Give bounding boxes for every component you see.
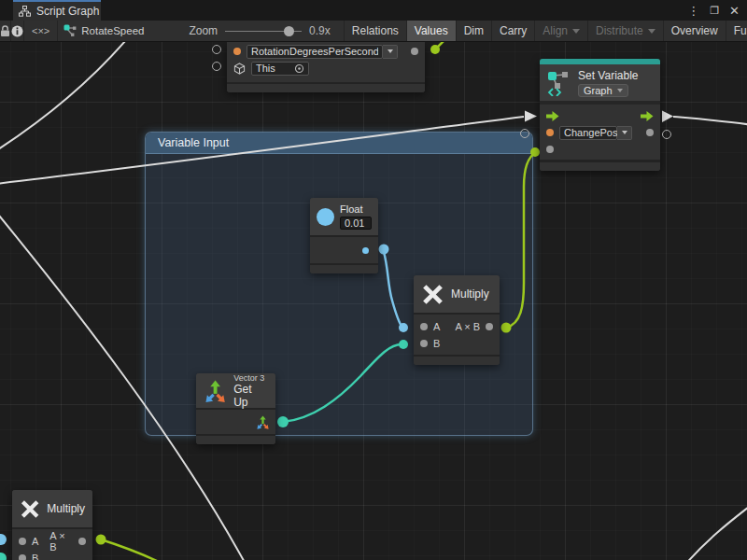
lock-button[interactable] — [0, 21, 11, 41]
port-row-a: A A × B — [414, 318, 500, 335]
node-footer — [227, 84, 425, 92]
node-float[interactable]: Float 0.01 — [310, 198, 378, 273]
unconnected-port-indicator[interactable] — [212, 45, 221, 54]
tab-script-graph[interactable]: Script Graph — [13, 0, 101, 21]
target-object-field[interactable]: This — [251, 62, 309, 76]
value-input-port[interactable] — [546, 146, 554, 153]
flow-output-port[interactable] — [641, 111, 654, 121]
flow-arrowhead-out — [662, 111, 673, 123]
node-footer — [196, 436, 275, 444]
variable-name-row: RotationDegreesPerSecond — [227, 43, 425, 60]
info-button[interactable] — [11, 21, 24, 41]
unconnected-port-indicator[interactable] — [662, 130, 671, 139]
float-value: 0.01 — [345, 217, 364, 229]
variable-scope-dropdown[interactable]: Graph — [578, 84, 628, 97]
node-title: Multiply — [47, 502, 85, 515]
graph-breadcrumb[interactable]: RotateSpeed — [58, 21, 153, 41]
node-title: Float — [340, 203, 362, 215]
input-port-a[interactable] — [420, 323, 428, 330]
node-get-up[interactable]: Vector 3 Get Up — [196, 373, 275, 444]
chevron-down-icon — [648, 29, 655, 34]
zoom-control: Zoom 0.9x — [179, 21, 344, 41]
port-b-label: B — [32, 553, 38, 560]
values-button[interactable]: Values — [407, 21, 457, 41]
vector3-output-port[interactable] — [256, 415, 270, 429]
port-row-b: B — [414, 335, 500, 352]
node-footer — [414, 357, 500, 365]
node-get-variable[interactable]: RotationDegreesPerSecond This — [227, 42, 425, 92]
input-port-b[interactable] — [19, 554, 26, 560]
unconnected-port-indicator[interactable] — [212, 62, 221, 71]
port-result-label: A × B — [49, 530, 73, 553]
node-multiply-bottom[interactable]: Multiply A A × B B — [12, 490, 92, 560]
variable-name-label: RotationDegreesPerSecond — [251, 46, 378, 57]
output-port-result[interactable] — [486, 323, 493, 330]
wire-endpoint-green — [501, 323, 512, 333]
wire-endpoint-teal — [0, 553, 7, 560]
object-picker-icon[interactable] — [294, 63, 304, 74]
port-a-label: A — [32, 536, 38, 547]
maximize-button[interactable]: ❐ — [710, 5, 719, 17]
input-port-a[interactable] — [19, 538, 26, 545]
variable-name-dropdown[interactable]: RotationDegreesPerSecond — [247, 45, 383, 59]
tab-bar: Script Graph ⋮ ❐ ✕ — [0, 0, 747, 21]
relations-button[interactable]: Relations — [345, 21, 407, 41]
value-input-row — [540, 141, 660, 158]
script-graph-window: Variable Input RotationDegreesPerSecond … — [0, 0, 747, 560]
variable-port-icon[interactable] — [233, 48, 241, 55]
zoom-slider[interactable] — [225, 31, 302, 32]
window-menu-button[interactable]: ⋮ — [687, 4, 699, 18]
overview-button[interactable]: Overview — [664, 21, 726, 41]
wire-white-into-setvariable[interactable] — [0, 117, 524, 184]
output-port-result[interactable] — [78, 538, 86, 545]
wire-green-bottom-multiply-out[interactable] — [101, 539, 162, 560]
node-subtitle: Vector 3 — [233, 373, 268, 383]
distribute-button[interactable]: Distribute — [588, 21, 664, 41]
wire-endpoint-blue — [399, 323, 408, 332]
variable-port-icon[interactable] — [546, 129, 554, 136]
unconnected-port-indicator[interactable] — [520, 129, 529, 138]
node-footer — [540, 162, 660, 171]
carry-button[interactable]: Carry — [492, 21, 535, 41]
variable-name-row: ChangePos — [540, 124, 660, 141]
dim-button[interactable]: Dim — [457, 21, 492, 41]
node-footer — [310, 265, 378, 273]
zoom-slider-handle[interactable] — [284, 26, 294, 36]
input-port-b[interactable] — [420, 340, 428, 347]
wire-endpoint-teal — [399, 340, 408, 349]
chevron-down-icon — [572, 29, 580, 34]
wire-white-bottomright[interactable] — [684, 504, 747, 560]
float-icon — [317, 208, 334, 226]
wire-teal-getup-to-multiply-b[interactable] — [283, 344, 402, 422]
wire-endpoint-green — [530, 147, 540, 157]
multiply-icon — [20, 497, 40, 521]
node-multiply-center[interactable]: Multiply A A × B B — [414, 275, 500, 365]
node-set-variable[interactable]: Set Variable Graph Chan — [540, 59, 660, 171]
variable-dropdown-button[interactable] — [383, 45, 398, 59]
port-b-label: B — [433, 338, 440, 349]
float-value-input[interactable]: 0.01 — [340, 217, 372, 230]
zoom-label: Zoom — [189, 24, 218, 37]
close-button[interactable]: ✕ — [729, 4, 740, 18]
variable-dropdown-button[interactable] — [617, 126, 632, 140]
value-output-port[interactable] — [411, 48, 418, 55]
wire-green-multiply-to-setvariable[interactable] — [506, 152, 536, 328]
align-button[interactable]: Align — [535, 21, 588, 41]
variable-name-label: ChangePos — [564, 127, 618, 138]
flow-row — [540, 107, 660, 124]
graph-toolbar: <×> RotateSpeed Zoom 0.9x Relations Valu… — [0, 21, 747, 42]
node-title: Get Up — [233, 383, 268, 409]
multiply-icon — [421, 283, 444, 306]
float-output-port[interactable] — [362, 247, 369, 254]
value-output-port[interactable] — [646, 129, 654, 136]
wire-white-topleft[interactable] — [0, 42, 140, 151]
set-variable-icon — [547, 70, 571, 96]
flow-input-port[interactable] — [546, 111, 559, 121]
port-a-label: A — [433, 321, 440, 332]
graph-hierarchy-icon — [19, 6, 31, 17]
variable-name-dropdown[interactable]: ChangePos — [559, 126, 617, 140]
wire-white-out-setvariable[interactable] — [673, 117, 747, 125]
full-screen-button[interactable]: Full Screen — [726, 21, 747, 41]
code-preview-button[interactable]: <×> — [24, 21, 58, 41]
wire-blue-float-to-multiply-a[interactable] — [384, 252, 402, 328]
